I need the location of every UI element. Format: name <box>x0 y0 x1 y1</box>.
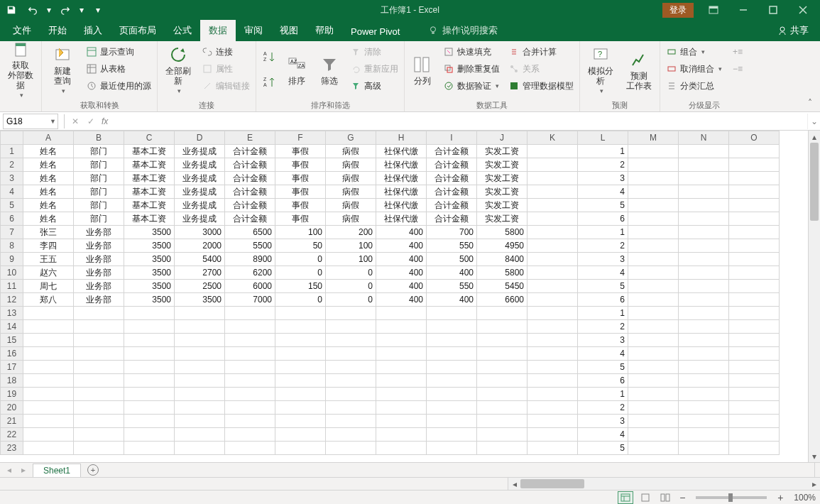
column-header[interactable]: M <box>628 131 679 145</box>
sort-asc-button[interactable]: AZ <box>259 44 279 70</box>
cell[interactable] <box>527 253 578 266</box>
spreadsheet-grid[interactable]: ABCDEFGHIJKLMNO1姓名部门基本工资业务提成合计金额事假病假社保代缴… <box>0 131 780 455</box>
cell[interactable] <box>628 293 679 307</box>
cell[interactable] <box>74 361 124 374</box>
cell[interactable]: 3500 <box>124 239 175 253</box>
minimize-icon[interactable] <box>729 0 758 20</box>
cell[interactable]: 6 <box>578 374 628 388</box>
cell[interactable]: 1 <box>578 145 628 158</box>
cell[interactable]: 5 <box>578 199 628 212</box>
cell[interactable] <box>729 253 780 266</box>
cell[interactable]: 王五 <box>23 253 74 266</box>
cell[interactable]: 100 <box>326 253 376 266</box>
qat-redo-more-icon[interactable]: ▾ <box>78 2 85 18</box>
cell[interactable] <box>275 361 326 374</box>
cell[interactable]: 4 <box>578 266 628 280</box>
cell[interactable]: 合计金额 <box>427 185 477 199</box>
cell[interactable] <box>225 428 275 442</box>
login-badge[interactable]: 登录 <box>662 3 694 18</box>
cell[interactable] <box>427 307 477 320</box>
new-query-button[interactable]: 新建 查询▾ <box>45 43 80 98</box>
tab-review[interactable]: 审阅 <box>236 20 271 41</box>
cell[interactable] <box>275 320 326 334</box>
cell[interactable]: 部门 <box>74 199 124 212</box>
cell[interactable] <box>729 158 780 172</box>
cell[interactable] <box>124 442 175 455</box>
cell[interactable] <box>679 347 729 361</box>
cell[interactable] <box>74 334 124 347</box>
cell[interactable] <box>376 361 427 374</box>
cell[interactable] <box>477 320 527 334</box>
cell[interactable]: 150 <box>275 280 326 293</box>
cell[interactable]: 2 <box>578 320 628 334</box>
cell[interactable] <box>628 185 679 199</box>
cell[interactable] <box>628 253 679 266</box>
cell[interactable] <box>427 415 477 428</box>
cell[interactable] <box>427 334 477 347</box>
cell[interactable]: 0 <box>275 293 326 307</box>
cell[interactable] <box>326 401 376 415</box>
cell[interactable] <box>175 401 225 415</box>
cell[interactable] <box>679 266 729 280</box>
tab-powerpivot[interactable]: Power Pivot <box>342 22 408 41</box>
cell[interactable] <box>376 374 427 388</box>
cell[interactable] <box>527 266 578 280</box>
cell[interactable]: 550 <box>427 239 477 253</box>
cell[interactable] <box>679 415 729 428</box>
cell[interactable] <box>527 320 578 334</box>
cell[interactable] <box>376 388 427 401</box>
cell[interactable] <box>175 428 225 442</box>
row-header[interactable]: 18 <box>1 374 23 388</box>
cell[interactable] <box>175 415 225 428</box>
qat-undo-icon[interactable] <box>24 2 41 18</box>
column-header[interactable]: N <box>679 131 729 145</box>
cell[interactable] <box>628 401 679 415</box>
cell[interactable]: 合计金额 <box>225 158 275 172</box>
hide-detail-button[interactable]: −≡ <box>731 61 745 77</box>
cell[interactable]: 2500 <box>175 280 225 293</box>
scroll-down-icon[interactable]: ▾ <box>809 450 820 462</box>
name-box[interactable]: G18 ▼ <box>3 114 58 129</box>
cell[interactable]: 业务提成 <box>175 185 225 199</box>
cell[interactable]: 事假 <box>275 199 326 212</box>
cell[interactable]: 400 <box>376 253 427 266</box>
cell[interactable] <box>124 415 175 428</box>
cell[interactable] <box>23 374 74 388</box>
cell[interactable] <box>275 415 326 428</box>
row-header[interactable]: 13 <box>1 307 23 320</box>
cell[interactable]: 业务部 <box>74 293 124 307</box>
tab-data[interactable]: 数据 <box>200 20 236 41</box>
cell[interactable] <box>679 226 729 239</box>
cell[interactable]: 400 <box>427 293 477 307</box>
cell[interactable] <box>729 185 780 199</box>
cell[interactable] <box>175 442 225 455</box>
cell[interactable] <box>23 388 74 401</box>
cell[interactable] <box>628 239 679 253</box>
name-box-dropdown-icon[interactable]: ▼ <box>50 118 56 125</box>
cell[interactable]: 6600 <box>477 293 527 307</box>
cell[interactable]: 6000 <box>225 280 275 293</box>
zoom-out-button[interactable]: − <box>677 493 687 503</box>
cell[interactable] <box>729 415 780 428</box>
cell[interactable]: 业务部 <box>74 280 124 293</box>
column-header[interactable]: D <box>175 131 225 145</box>
data-validation-button[interactable]: 数据验证▾ <box>440 78 503 94</box>
cell[interactable]: 社保代缴 <box>376 185 427 199</box>
cell[interactable]: 4 <box>578 428 628 442</box>
cell[interactable]: 业务部 <box>74 239 124 253</box>
cell[interactable] <box>275 374 326 388</box>
grid-scroll[interactable]: ABCDEFGHIJKLMNO1姓名部门基本工资业务提成合计金额事假病假社保代缴… <box>0 131 808 462</box>
cell[interactable]: 合计金额 <box>427 199 477 212</box>
cell[interactable] <box>729 428 780 442</box>
cell[interactable]: 周七 <box>23 280 74 293</box>
cell[interactable]: 5400 <box>175 253 225 266</box>
cell[interactable] <box>23 428 74 442</box>
cell[interactable] <box>679 293 729 307</box>
cell[interactable]: 5800 <box>477 226 527 239</box>
reapply-button[interactable]: 重新应用 <box>347 61 401 77</box>
cell[interactable] <box>124 307 175 320</box>
cell[interactable] <box>477 401 527 415</box>
cell[interactable]: 事假 <box>275 145 326 158</box>
cell[interactable]: 400 <box>376 293 427 307</box>
cell[interactable] <box>679 172 729 185</box>
